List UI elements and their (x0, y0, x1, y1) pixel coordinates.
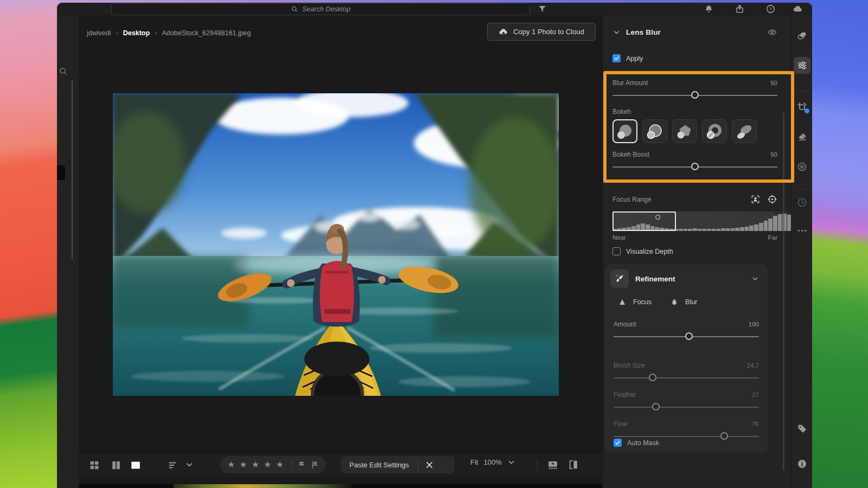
histogram-bar (684, 229, 688, 231)
brush-size-slider[interactable]: Brush Size 24.7 (614, 362, 759, 378)
compare-view-icon[interactable] (110, 459, 122, 471)
divider (291, 459, 292, 470)
info-tool[interactable] (794, 455, 810, 472)
sort-icon[interactable] (167, 459, 179, 471)
left-scrollbar[interactable] (72, 80, 73, 259)
breadcrumb-item[interactable]: Desktop (123, 29, 150, 37)
focus-range-selection[interactable] (612, 211, 676, 231)
slider-track[interactable] (612, 95, 777, 96)
filmstrip-sliver[interactable] (79, 484, 602, 488)
refinement-header[interactable]: Refinement (610, 269, 759, 288)
detail-view-icon[interactable] (130, 459, 142, 471)
focus-range-handle[interactable] (655, 215, 660, 220)
visualize-depth-row[interactable]: Visualize Depth (612, 247, 777, 255)
slider-track[interactable] (614, 407, 759, 408)
cloud-sync-icon[interactable] (793, 4, 803, 14)
help-icon[interactable]: ? (765, 4, 776, 14)
slider-track[interactable] (614, 377, 759, 378)
apply-row[interactable]: Apply (612, 54, 777, 62)
keywords-tool[interactable] (794, 420, 810, 437)
edit-sliders-tool[interactable] (794, 57, 810, 74)
masking-tool[interactable] (794, 158, 810, 175)
visualize-depth-checkbox[interactable] (612, 247, 621, 255)
star-icon[interactable]: ★ (239, 460, 247, 469)
slider-label: Feather (614, 391, 636, 399)
eye-visibility-icon[interactable] (767, 27, 777, 37)
slider-thumb[interactable] (685, 332, 693, 340)
slider-track[interactable] (614, 436, 759, 437)
auto-mask-row[interactable]: Auto Mask (614, 439, 759, 447)
bokeh-five-blade-button[interactable] (672, 119, 697, 143)
histogram-bar (698, 229, 702, 231)
fit-label[interactable]: Fit (470, 458, 478, 466)
breadcrumb-item[interactable]: AdobeStock_629488161.jpeg (162, 29, 251, 37)
photo-kayaker-fjord[interactable] (113, 93, 559, 396)
zoom-control[interactable]: Fit 100% (470, 458, 515, 466)
bokeh-circle-button[interactable] (612, 119, 637, 143)
search-input[interactable]: Search Desktop (111, 3, 530, 15)
panel-scrollbar[interactable] (783, 113, 784, 471)
presets-tool[interactable] (794, 27, 810, 44)
slider-thumb[interactable] (691, 91, 699, 99)
share-icon[interactable] (735, 4, 745, 14)
histogram-bar (726, 228, 730, 231)
notifications-bell-icon[interactable] (704, 4, 714, 14)
more-tool[interactable] (794, 222, 810, 239)
flow-slider[interactable]: Flow 76 (614, 420, 759, 437)
filmstrip-thumbnails (174, 484, 353, 488)
subject-select-icon[interactable] (750, 194, 761, 204)
bokeh-ring-button[interactable] (702, 119, 727, 143)
bokeh-boost-slider[interactable]: Bokeh Boost 50 (612, 151, 777, 168)
slider-value: 50 (770, 80, 777, 86)
heal-tool[interactable] (794, 127, 810, 144)
apply-checkbox[interactable] (612, 54, 621, 62)
copy-to-cloud-button[interactable]: Copy 1 Photo to Cloud (487, 23, 596, 41)
focus-range-histogram[interactable] (612, 211, 801, 231)
refinement-chevron-down-icon[interactable] (751, 275, 759, 282)
grid-view-icon[interactable] (88, 459, 100, 471)
brush-mode-focus[interactable]: Focus (618, 298, 652, 306)
histogram-bar (749, 226, 754, 231)
amount-slider[interactable]: Amount 100 (614, 320, 759, 337)
flag-reject-icon[interactable] (310, 460, 320, 470)
chevron-down-icon[interactable] (612, 28, 621, 36)
target-icon[interactable] (767, 194, 777, 204)
histogram-bar (740, 227, 744, 231)
auto-mask-checkbox[interactable] (614, 439, 622, 447)
slider-track[interactable] (612, 166, 777, 168)
panel-collapse-tab[interactable] (57, 165, 65, 180)
breadcrumb-item[interactable]: jdwivedi (87, 29, 111, 37)
search-photos-icon[interactable] (59, 67, 68, 76)
bottom-toolbar: ★★★★★ Paste Edit Settings Fit 100% (79, 453, 602, 477)
flag-pick-icon[interactable] (297, 460, 307, 470)
triangle-icon (618, 298, 627, 306)
star-icon[interactable]: ★ (227, 460, 235, 469)
star-icon[interactable]: ★ (264, 460, 271, 469)
close-icon[interactable] (425, 460, 434, 470)
zoom-chevron-down-icon[interactable] (507, 458, 515, 466)
star-icon[interactable]: ★ (252, 460, 259, 469)
star-rating[interactable]: ★★★★★ (220, 460, 291, 469)
crop-tool[interactable] (794, 99, 810, 115)
star-icon[interactable]: ★ (276, 460, 283, 469)
slider-label: Brush Size (614, 362, 645, 369)
sort-chevron-down-icon[interactable] (185, 460, 194, 469)
blur-amount-slider[interactable]: Blur Amount 50 (612, 79, 777, 96)
before-after-icon[interactable] (567, 459, 579, 471)
feather-slider[interactable]: Feather 27 (614, 391, 759, 408)
bokeh-cat-eye-button[interactable] (732, 119, 757, 143)
bokeh-bubble-button[interactable] (642, 119, 667, 143)
slider-thumb[interactable] (649, 374, 656, 381)
edit-panel: Lens Blur Apply Blur Amount 50 Bokeh Bok… (602, 15, 792, 488)
versions-tool[interactable] (794, 194, 810, 211)
filmstrip-icon[interactable] (547, 459, 559, 471)
slider-thumb[interactable] (652, 403, 660, 410)
lens-blur-header[interactable]: Lens Blur (612, 27, 777, 37)
slider-track[interactable] (614, 336, 759, 337)
filter-funnel-icon[interactable] (537, 4, 547, 14)
brush-mode-blur[interactable]: Blur (670, 298, 697, 306)
zoom-value[interactable]: 100% (483, 458, 501, 466)
refinement-card: Refinement FocusBlur Amount 100 Brush Si… (605, 264, 768, 453)
paste-edit-settings-button[interactable]: Paste Edit Settings (341, 461, 418, 469)
slider-thumb[interactable] (691, 163, 699, 170)
